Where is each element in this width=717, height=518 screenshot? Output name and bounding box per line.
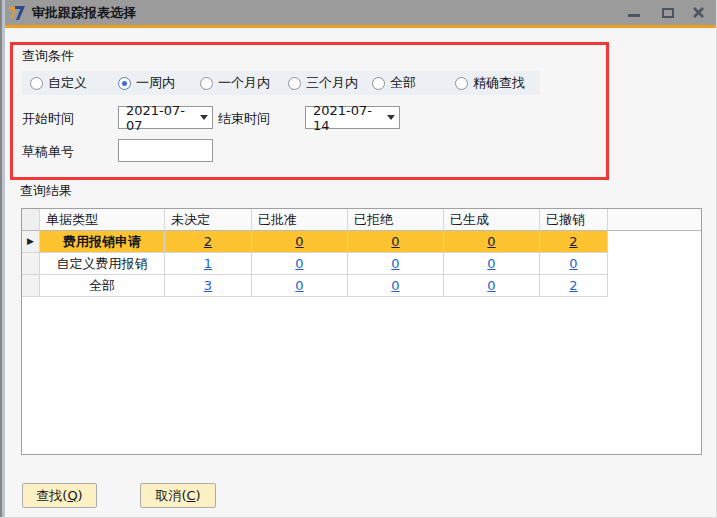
doc-type-cell[interactable]: 自定义费用报销 bbox=[40, 253, 165, 275]
period-radio-group: 自定义 一周内 一个月内 三个月内 全部 精确查找 bbox=[22, 71, 540, 95]
filler-cell bbox=[608, 231, 701, 253]
end-time-label: 结束时间 bbox=[218, 110, 270, 128]
radio-label: 一个月内 bbox=[218, 74, 270, 92]
count-cell: 0 bbox=[444, 253, 540, 275]
column-header-undecided[interactable]: 未决定 bbox=[165, 209, 252, 231]
find-button-hotkey: Q bbox=[67, 488, 77, 503]
maximize-button[interactable] bbox=[657, 4, 679, 21]
count-link[interactable]: 2 bbox=[569, 278, 577, 293]
count-link[interactable]: 2 bbox=[569, 234, 577, 249]
count-link[interactable]: 0 bbox=[295, 256, 303, 271]
cancel-button-label: 取消( bbox=[155, 488, 186, 503]
row-selector-cell[interactable]: ▶ bbox=[22, 231, 40, 253]
accent-line bbox=[0, 25, 717, 28]
title-bar: 审批跟踪报表选择 bbox=[0, 0, 717, 25]
table-row[interactable]: 自定义费用报销 1 0 0 0 0 bbox=[22, 253, 701, 275]
count-cell: 2 bbox=[540, 275, 608, 297]
column-header-generated[interactable]: 已生成 bbox=[444, 209, 540, 231]
find-button[interactable]: 查找(Q) bbox=[22, 483, 97, 508]
minimize-button[interactable] bbox=[623, 4, 645, 21]
table-header-row: 单据类型 未决定 已批准 已拒绝 已生成 已撤销 bbox=[22, 209, 701, 231]
count-link[interactable]: 0 bbox=[295, 234, 303, 249]
radio-circle-icon bbox=[455, 77, 468, 90]
count-cell: 0 bbox=[252, 231, 348, 253]
end-time-value: 2021-07-14 bbox=[313, 103, 387, 133]
count-link[interactable]: 0 bbox=[391, 278, 399, 293]
dialog-window: 审批跟踪报表选择 查询条件 自定义 一周内 一个月内 bbox=[0, 0, 717, 518]
count-link[interactable]: 0 bbox=[487, 278, 495, 293]
count-cell: 0 bbox=[252, 253, 348, 275]
close-icon bbox=[692, 6, 705, 19]
radio-label: 全部 bbox=[390, 74, 416, 92]
count-cell: 2 bbox=[540, 231, 608, 253]
start-time-label: 开始时间 bbox=[22, 110, 74, 128]
column-header-approved[interactable]: 已批准 bbox=[252, 209, 348, 231]
radio-label: 三个月内 bbox=[306, 74, 358, 92]
radio-circle-icon bbox=[372, 77, 385, 90]
count-link[interactable]: 0 bbox=[569, 256, 577, 271]
minimize-icon bbox=[628, 14, 640, 17]
radio-circle-icon bbox=[30, 77, 43, 90]
radio-circle-icon bbox=[200, 77, 213, 90]
doc-type-cell[interactable]: 全部 bbox=[40, 275, 165, 297]
end-time-select[interactable]: 2021-07-14 bbox=[305, 106, 400, 129]
count-link[interactable]: 0 bbox=[391, 234, 399, 249]
count-link[interactable]: 2 bbox=[204, 234, 212, 249]
results-table: 单据类型 未决定 已批准 已拒绝 已生成 已撤销 ▶ 费用报销申请 2 0 0 … bbox=[21, 208, 702, 455]
radio-circle-icon bbox=[288, 77, 301, 90]
count-link[interactable]: 0 bbox=[487, 256, 495, 271]
radio-label: 一周内 bbox=[136, 74, 175, 92]
doc-type-cell[interactable]: 费用报销申请 bbox=[40, 231, 165, 253]
row-selector-cell[interactable] bbox=[22, 253, 40, 275]
cancel-button[interactable]: 取消(C) bbox=[140, 483, 216, 508]
radio-circle-icon bbox=[118, 77, 131, 90]
query-results-label: 查询结果 bbox=[20, 182, 72, 200]
window-title: 审批跟踪报表选择 bbox=[32, 4, 136, 22]
find-button-label: 查找( bbox=[36, 488, 67, 503]
draft-no-label: 草稿单号 bbox=[22, 143, 74, 161]
count-link[interactable]: 0 bbox=[487, 234, 495, 249]
radio-three-months[interactable]: 三个月内 bbox=[288, 71, 358, 95]
column-header-doc-type[interactable]: 单据类型 bbox=[40, 209, 165, 231]
radio-label: 精确查找 bbox=[473, 74, 525, 92]
count-cell: 3 bbox=[165, 275, 252, 297]
cancel-button-label-suffix: ) bbox=[196, 488, 201, 503]
window-left-edge-inner bbox=[2, 0, 5, 518]
row-selector-cell[interactable] bbox=[22, 275, 40, 297]
start-time-select[interactable]: 2021-07-07 bbox=[118, 106, 213, 129]
radio-one-month[interactable]: 一个月内 bbox=[200, 71, 270, 95]
app-logo-icon bbox=[8, 3, 27, 22]
filler-cell bbox=[608, 275, 701, 297]
draft-no-input[interactable] bbox=[118, 139, 213, 162]
column-header-rejected[interactable]: 已拒绝 bbox=[348, 209, 444, 231]
table-row[interactable]: ▶ 费用报销申请 2 0 0 0 2 bbox=[22, 231, 701, 253]
radio-one-week[interactable]: 一周内 bbox=[118, 71, 175, 95]
filler-cell bbox=[608, 253, 701, 275]
count-link[interactable]: 1 bbox=[204, 256, 212, 271]
count-cell: 0 bbox=[348, 275, 444, 297]
close-button[interactable] bbox=[687, 4, 709, 21]
chevron-down-icon bbox=[387, 115, 395, 120]
radio-custom[interactable]: 自定义 bbox=[30, 71, 87, 95]
count-cell: 0 bbox=[252, 275, 348, 297]
count-cell: 1 bbox=[165, 253, 252, 275]
count-cell: 0 bbox=[540, 253, 608, 275]
maximize-icon bbox=[662, 8, 674, 18]
count-link[interactable]: 0 bbox=[391, 256, 399, 271]
radio-all[interactable]: 全部 bbox=[372, 71, 416, 95]
count-link[interactable]: 3 bbox=[204, 278, 212, 293]
radio-exact-search[interactable]: 精确查找 bbox=[455, 71, 525, 95]
count-cell: 0 bbox=[444, 231, 540, 253]
current-row-arrow-icon: ▶ bbox=[22, 231, 39, 252]
table-row[interactable]: 全部 3 0 0 0 2 bbox=[22, 275, 701, 297]
cancel-button-hotkey: C bbox=[186, 488, 195, 503]
start-time-value: 2021-07-07 bbox=[126, 103, 200, 133]
radio-label: 自定义 bbox=[48, 74, 87, 92]
column-header-revoked[interactable]: 已撤销 bbox=[540, 209, 608, 231]
row-selector-header bbox=[22, 209, 40, 231]
column-header-filler bbox=[608, 209, 701, 231]
count-link[interactable]: 0 bbox=[295, 278, 303, 293]
count-cell: 2 bbox=[165, 231, 252, 253]
count-cell: 0 bbox=[348, 253, 444, 275]
count-cell: 0 bbox=[444, 275, 540, 297]
